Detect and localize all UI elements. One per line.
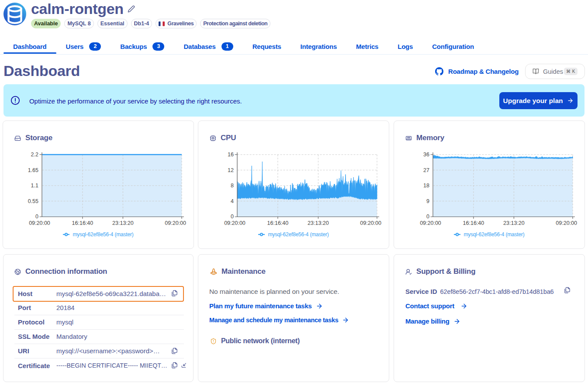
svg-text:0: 0 [231, 214, 234, 220]
svg-text:0: 0 [35, 214, 38, 220]
svg-text:16:16:40: 16:16:40 [72, 220, 93, 226]
svg-text:36: 36 [423, 152, 429, 158]
svg-text:09:20:00: 09:20:00 [224, 220, 246, 226]
svg-text:0: 0 [426, 214, 429, 220]
svg-text:09:20:00: 09:20:00 [556, 220, 577, 226]
svg-text:23:13:20: 23:13:20 [503, 220, 525, 226]
svg-text:9: 9 [426, 198, 429, 204]
svg-text:09:20:00: 09:20:00 [360, 220, 381, 226]
svg-text:23:13:20: 23:13:20 [112, 220, 134, 226]
svg-text:1.1: 1.1 [31, 183, 38, 189]
svg-text:16: 16 [228, 152, 234, 158]
svg-text:1.65: 1.65 [28, 167, 38, 173]
svg-text:4: 4 [231, 198, 234, 204]
svg-text:23:13:20: 23:13:20 [308, 220, 329, 226]
svg-text:27: 27 [423, 167, 429, 173]
svg-text:09:20:00: 09:20:00 [165, 220, 186, 226]
svg-text:16:16:40: 16:16:40 [463, 220, 484, 226]
svg-text:2.2: 2.2 [31, 152, 38, 158]
svg-text:8: 8 [231, 183, 234, 189]
svg-text:09:20:00: 09:20:00 [420, 220, 441, 226]
svg-text:12: 12 [228, 167, 234, 173]
svg-text:16:16:40: 16:16:40 [267, 220, 289, 226]
svg-text:09:20:00: 09:20:00 [29, 220, 50, 226]
svg-text:0.55: 0.55 [28, 198, 38, 204]
svg-text:18: 18 [423, 183, 429, 189]
